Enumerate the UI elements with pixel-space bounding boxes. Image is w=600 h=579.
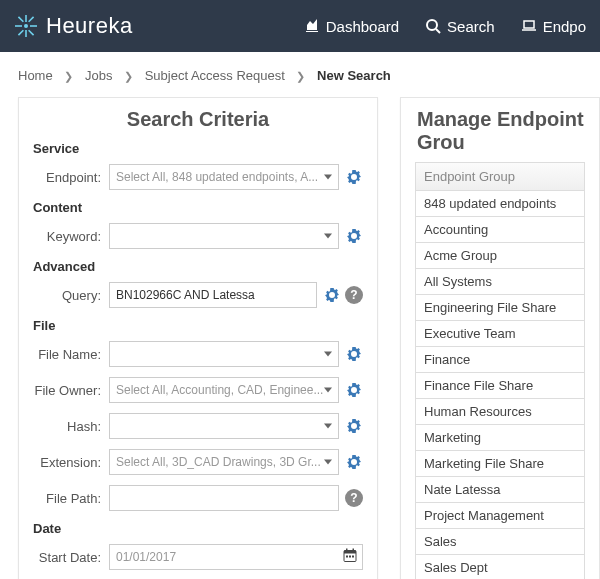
- svg-rect-3: [15, 25, 22, 27]
- section-file: File: [33, 318, 363, 333]
- svg-rect-15: [353, 549, 355, 552]
- file-owner-text: Select All, Accounting, CAD, Enginee...: [116, 383, 323, 397]
- navbar: Heureka Dashboard Search Endpo: [0, 0, 600, 52]
- section-advanced: Advanced: [33, 259, 363, 274]
- groups-title: Manage Endpoint Grou: [417, 108, 585, 154]
- svg-point-0: [24, 24, 28, 28]
- crumb-home[interactable]: Home: [18, 68, 53, 83]
- group-row[interactable]: Nate Latessa: [415, 477, 585, 503]
- extension-text: Select All, 3D_CAD Drawings, 3D Gr...: [116, 455, 321, 469]
- breadcrumb: Home ❯ Jobs ❯ Subject Access Request ❯ N…: [0, 52, 600, 97]
- brand: Heureka: [14, 13, 133, 39]
- gear-icon[interactable]: [345, 227, 363, 245]
- chevron-right-icon: ❯: [64, 70, 73, 83]
- label-keyword: Keyword:: [33, 229, 109, 244]
- group-row[interactable]: Acme Group: [415, 243, 585, 269]
- crumb-current: New Search: [317, 68, 391, 83]
- group-row[interactable]: Marketing: [415, 425, 585, 451]
- group-row[interactable]: Finance File Share: [415, 373, 585, 399]
- svg-rect-4: [30, 25, 37, 27]
- caret-down-icon: [324, 352, 332, 357]
- label-file-name: File Name:: [33, 347, 109, 362]
- row-keyword: Keyword:: [33, 223, 363, 249]
- search-icon: [425, 18, 441, 34]
- group-row[interactable]: 848 updated endpoints: [415, 191, 585, 217]
- svg-rect-14: [346, 549, 348, 552]
- endpoint-select-text: Select All, 848 updated endpoints, A...: [116, 170, 318, 184]
- svg-rect-18: [352, 556, 354, 558]
- gear-icon[interactable]: [323, 286, 341, 304]
- file-path-input[interactable]: [109, 485, 339, 511]
- group-row[interactable]: Human Resources: [415, 399, 585, 425]
- query-input[interactable]: BN102966C AND Latessa: [109, 282, 317, 308]
- svg-rect-13: [344, 551, 356, 554]
- file-name-select[interactable]: [109, 341, 339, 367]
- hash-select[interactable]: [109, 413, 339, 439]
- caret-down-icon: [324, 424, 332, 429]
- content: Search Criteria Service Endpoint: Select…: [0, 97, 600, 579]
- row-query: Query: BN102966C AND Latessa ?: [33, 282, 363, 308]
- label-query: Query:: [33, 288, 109, 303]
- gear-icon[interactable]: [345, 453, 363, 471]
- caret-down-icon: [324, 234, 332, 239]
- group-row[interactable]: Engineering File Share: [415, 295, 585, 321]
- row-file-path: File Path: ?: [33, 485, 363, 511]
- nav-dashboard[interactable]: Dashboard: [304, 18, 399, 35]
- label-endpoint: Endpoint:: [33, 170, 109, 185]
- groups-column-header[interactable]: Endpoint Group: [415, 162, 585, 191]
- nav-search-label: Search: [447, 18, 495, 35]
- row-hash: Hash:: [33, 413, 363, 439]
- crumb-sar[interactable]: Subject Access Request: [145, 68, 285, 83]
- section-service: Service: [33, 141, 363, 156]
- svg-rect-17: [349, 556, 351, 558]
- svg-rect-6: [28, 30, 34, 36]
- nav-search[interactable]: Search: [425, 18, 495, 35]
- svg-rect-7: [28, 16, 34, 22]
- gear-icon[interactable]: [345, 381, 363, 399]
- svg-rect-8: [18, 30, 24, 36]
- laptop-icon: [521, 18, 537, 34]
- nav-dashboard-label: Dashboard: [326, 18, 399, 35]
- group-row[interactable]: Executive Team: [415, 321, 585, 347]
- gear-icon[interactable]: [345, 417, 363, 435]
- group-row[interactable]: Sales: [415, 529, 585, 555]
- svg-rect-2: [25, 30, 27, 37]
- start-date-input[interactable]: 01/01/2017: [109, 544, 363, 570]
- brand-logo-icon: [14, 14, 38, 38]
- svg-rect-16: [346, 556, 348, 558]
- svg-rect-1: [25, 15, 27, 22]
- endpoint-groups-panel: Manage Endpoint Grou Endpoint Group 848 …: [400, 97, 600, 579]
- crumb-jobs[interactable]: Jobs: [85, 68, 112, 83]
- chevron-right-icon: ❯: [296, 70, 305, 83]
- extension-select[interactable]: Select All, 3D_CAD Drawings, 3D Gr...: [109, 449, 339, 475]
- svg-point-9: [427, 20, 437, 30]
- query-input-text: BN102966C AND Latessa: [116, 288, 255, 302]
- group-row[interactable]: Finance: [415, 347, 585, 373]
- row-extension: Extension: Select All, 3D_CAD Drawings, …: [33, 449, 363, 475]
- keyword-select[interactable]: [109, 223, 339, 249]
- group-row[interactable]: Sales Dept: [415, 555, 585, 579]
- file-owner-select[interactable]: Select All, Accounting, CAD, Enginee...: [109, 377, 339, 403]
- label-start-date: Start Date:: [33, 550, 109, 565]
- search-criteria-panel: Search Criteria Service Endpoint: Select…: [18, 97, 378, 579]
- gear-icon[interactable]: [345, 345, 363, 363]
- help-icon[interactable]: ?: [345, 286, 363, 304]
- brand-text: Heureka: [46, 13, 133, 39]
- section-content: Content: [33, 200, 363, 215]
- help-icon[interactable]: ?: [345, 489, 363, 507]
- group-row[interactable]: All Systems: [415, 269, 585, 295]
- groups-list: 848 updated endpointsAccountingAcme Grou…: [415, 191, 585, 579]
- gear-icon[interactable]: [345, 168, 363, 186]
- chart-icon: [304, 18, 320, 34]
- calendar-icon[interactable]: [342, 548, 358, 567]
- label-extension: Extension:: [33, 455, 109, 470]
- label-file-owner: File Owner:: [33, 383, 109, 398]
- group-row[interactable]: Accounting: [415, 217, 585, 243]
- nav-endpoints[interactable]: Endpo: [521, 18, 586, 35]
- row-file-name: File Name:: [33, 341, 363, 367]
- group-row[interactable]: Project Management: [415, 503, 585, 529]
- endpoint-select[interactable]: Select All, 848 updated endpoints, A...: [109, 164, 339, 190]
- group-row[interactable]: Marketing File Share: [415, 451, 585, 477]
- caret-down-icon: [324, 460, 332, 465]
- row-file-owner: File Owner: Select All, Accounting, CAD,…: [33, 377, 363, 403]
